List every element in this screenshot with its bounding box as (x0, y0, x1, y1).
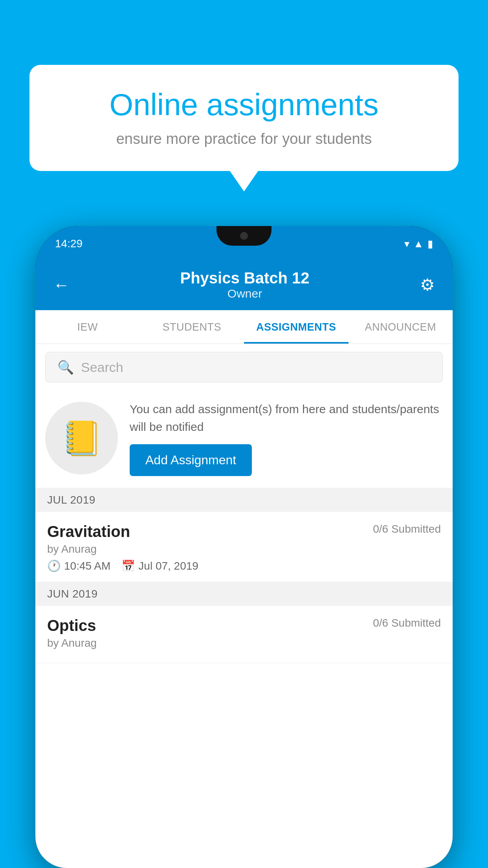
phone-frame: 14:29 ▾ ▲ ▮ ← Physics Batch 12 Owner ⚙ I… (35, 226, 453, 868)
assignment-author-gravitation: by Anurag (47, 543, 441, 555)
search-icon: 🔍 (57, 359, 74, 375)
assignment-date-gravitation: Jul 07, 2019 (138, 560, 198, 572)
bubble-title: Online assignments (55, 86, 433, 123)
assignment-title-optics: Optics (47, 617, 96, 634)
header-center: Physics Batch 12 Owner (180, 269, 309, 300)
back-button[interactable]: ← (53, 276, 70, 294)
section-header-jul: JUL 2019 (35, 488, 453, 512)
add-assignment-right: You can add assignment(s) from here and … (130, 400, 443, 476)
app-header: ← Physics Batch 12 Owner ⚙ (35, 261, 453, 310)
assignment-title-gravitation: Gravitation (47, 523, 130, 541)
tab-announcements[interactable]: ANNOUNCEM (349, 310, 453, 344)
app-content: 🔍 Search 📒 You can add assignment(s) fro… (35, 344, 453, 868)
assignment-author-optics: by Anurag (47, 637, 441, 649)
assignment-time-gravitation: 10:45 AM (64, 560, 110, 572)
signal-icon: ▲ (413, 238, 424, 250)
status-time: 14:29 (55, 237, 83, 250)
tabs-bar: IEW STUDENTS ASSIGNMENTS ANNOUNCEM (35, 310, 453, 344)
tab-iew[interactable]: IEW (35, 310, 140, 344)
status-bar: 14:29 ▾ ▲ ▮ (35, 226, 453, 261)
assignment-item-gravitation[interactable]: Gravitation 0/6 Submitted by Anurag 🕐 10… (35, 512, 453, 582)
speech-bubble-card: Online assignments ensure more practice … (29, 65, 459, 171)
search-bar[interactable]: 🔍 Search (45, 352, 443, 383)
assignment-row1: Gravitation 0/6 Submitted (47, 523, 441, 541)
assignment-meta-gravitation: 🕐 10:45 AM 📅 Jul 07, 2019 (47, 559, 441, 572)
date-group: 📅 Jul 07, 2019 (121, 559, 198, 572)
bubble-subtitle: ensure more practice for your students (55, 131, 433, 147)
wifi-icon: ▾ (404, 238, 409, 250)
camera-dot (240, 232, 248, 240)
assignment-item-optics[interactable]: Optics 0/6 Submitted by Anurag (35, 606, 453, 663)
status-icons: ▾ ▲ ▮ (404, 238, 433, 250)
assignment-row1-optics: Optics 0/6 Submitted (47, 617, 441, 634)
time-group: 🕐 10:45 AM (47, 559, 110, 572)
search-placeholder: Search (81, 360, 123, 375)
add-assignment-description: You can add assignment(s) from here and … (130, 400, 443, 436)
assignment-submitted-gravitation: 0/6 Submitted (373, 523, 441, 535)
section-header-jun: JUN 2019 (35, 582, 453, 606)
tab-students[interactable]: STUDENTS (140, 310, 244, 344)
calendar-icon: 📅 (121, 559, 135, 572)
battery-icon: ▮ (427, 238, 433, 250)
notebook-icon: 📒 (61, 419, 103, 458)
phone-notch (216, 226, 272, 246)
assignment-icon-circle: 📒 (45, 402, 118, 474)
assignment-submitted-optics: 0/6 Submitted (373, 617, 441, 629)
add-assignment-section: 📒 You can add assignment(s) from here an… (35, 388, 453, 488)
tab-assignments[interactable]: ASSIGNMENTS (244, 310, 349, 344)
batch-owner-label: Owner (180, 287, 309, 300)
search-bar-wrap: 🔍 Search (35, 344, 453, 388)
clock-icon: 🕐 (47, 559, 61, 572)
batch-title: Physics Batch 12 (180, 269, 309, 287)
add-assignment-button[interactable]: Add Assignment (130, 444, 252, 476)
settings-icon[interactable]: ⚙ (420, 275, 435, 294)
